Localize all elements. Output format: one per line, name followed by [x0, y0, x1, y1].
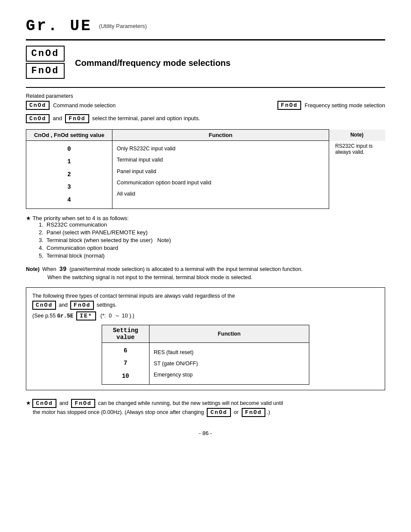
- header-display-code: Gr. UE: [26, 17, 92, 35]
- footer-line2: the motor has stopped once (0.00Hz). (Al…: [26, 408, 385, 417]
- inner-fnod: FnOd: [70, 301, 94, 310]
- inner-inner-table: Setting value Function 6710 RES (fault r…: [102, 325, 309, 385]
- top-rule: [26, 39, 385, 40]
- list-item: 2. Panel (select with PANEL/REMOTE key): [39, 229, 385, 236]
- related-cnod-code: CnOd: [26, 101, 50, 110]
- inner-function-values: RES (fault reset) ST (gate ON/OFF) Emerg…: [149, 342, 309, 384]
- priority-intro: ★ The priority when set to 4 is as follo…: [26, 215, 385, 221]
- lcd-box-cnod: CnOd: [26, 46, 65, 62]
- inner-box-row1: The following three types of contact ter…: [32, 293, 379, 299]
- priority-section: ★ The priority when set to 4 is as follo…: [26, 215, 385, 259]
- related-params-detail-row: CnOd Command mode selection FnOd Frequen…: [26, 101, 385, 110]
- lcd-stack: CnOd FnOd: [26, 46, 65, 80]
- note-line2: When the switching signal is not input t…: [26, 274, 385, 280]
- page-number: - 86 -: [26, 430, 385, 436]
- list-item: 3. Terminal block (when selected by the …: [39, 237, 385, 243]
- note-block: Note) When 39 (panel/terminal mode selec…: [26, 266, 385, 280]
- section-heading: Command/frequency mode selections: [75, 58, 230, 68]
- function-values-col: Only RS232C input valid Terminal input v…: [112, 141, 329, 209]
- list-item: 5. Terminal block (normal): [39, 252, 385, 259]
- footer-note: ★ CnOd and FnOd can be changed while run…: [26, 399, 385, 417]
- note-line1-text: When 39 (panel/terminal mode selection) …: [42, 266, 303, 273]
- inner-setting-values: 6710: [102, 342, 149, 384]
- footer-fnod2: FnOd: [242, 408, 265, 417]
- related-fnod-desc: Frequency setting mode selection: [305, 103, 385, 109]
- table-row: 01234 Only RS232C input valid Terminal i…: [26, 141, 385, 209]
- related-fnod-code: FnOd: [277, 101, 301, 110]
- lcd-box-fnod: FnOd: [26, 63, 65, 79]
- inner-box: The following three types of contact ter…: [26, 287, 385, 390]
- inner-box-row2: CnOd and FnOd settings.: [32, 301, 379, 310]
- inner-formula: (*: 0 ～ 10 ).): [97, 313, 134, 319]
- main-table-header-setting: CnOd , FnOd setting value: [26, 130, 112, 141]
- list-item: 4. Communication option board: [39, 245, 385, 251]
- priority-list: 1. RS232C communication 2. Panel (select…: [26, 221, 385, 259]
- inner-table-header-function: Function: [149, 325, 309, 342]
- inner-table-header-setting: Setting value: [102, 325, 149, 342]
- inner-box-row3: (See p.55 Gr.5E IE* (*: 0 ～ 10 ).): [32, 311, 379, 320]
- related-cnod-desc: Command mode selection: [53, 103, 115, 109]
- select-line: CnOd and FnOd select the terminal, panel…: [26, 114, 385, 123]
- setting-values-col: 01234: [26, 141, 112, 209]
- main-table-header-note: Note): [329, 130, 385, 141]
- main-table-header-function: Function: [112, 130, 329, 141]
- table-row: 6710 RES (fault reset) ST (gate ON/OFF) …: [102, 342, 309, 384]
- footer-star: ★: [26, 400, 32, 406]
- footer-cnod: CnOd: [32, 399, 56, 408]
- related-params-row: Related parameters: [26, 93, 385, 99]
- page-header: Gr. UE (Utility Parameters): [26, 17, 385, 35]
- header-subtitle: (Utility Parameters): [99, 23, 147, 29]
- inner-cnod: CnOd: [32, 301, 56, 310]
- footer-cnod2: CnOd: [207, 408, 230, 417]
- note-first-line: Note) When 39 (panel/terminal mode selec…: [26, 266, 385, 273]
- note-label: Note): [26, 266, 40, 272]
- note-col: RS232C input is always valid.: [329, 141, 385, 209]
- title-section: CnOd FnOd Command/frequency mode selecti…: [26, 46, 385, 80]
- footer-fnod: FnOd: [71, 399, 95, 408]
- inner-box-text: The following three types of contact ter…: [32, 293, 379, 320]
- related-params-label: Related parameters: [26, 93, 73, 99]
- inner-ie-star: IE*: [76, 311, 96, 320]
- related-fnod-right: FnOd Frequency setting mode selection: [277, 101, 385, 110]
- main-table: CnOd , FnOd setting value Function Note)…: [26, 129, 385, 209]
- select-fnod: FnOd: [65, 114, 89, 123]
- related-params: Related parameters CnOd Command mode sel…: [26, 93, 385, 110]
- select-cnod: CnOd: [26, 114, 50, 123]
- list-item: 1. RS232C communication: [39, 221, 385, 228]
- bottom-rule: [26, 87, 385, 88]
